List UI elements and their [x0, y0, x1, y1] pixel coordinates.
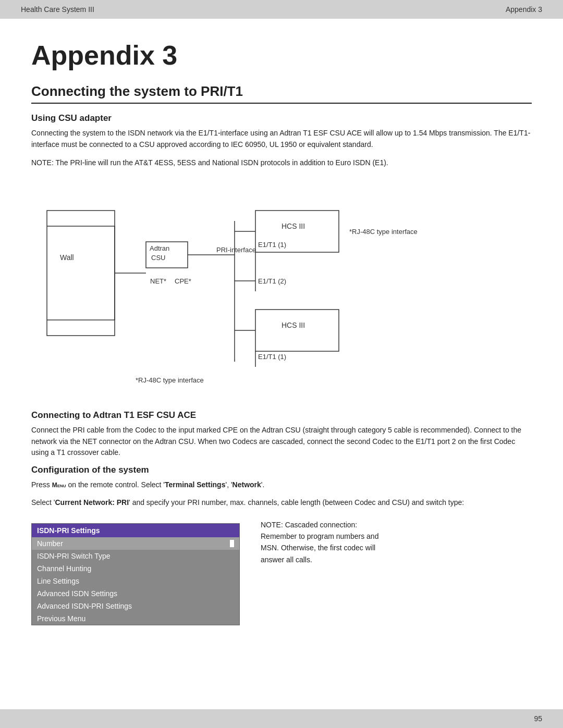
page-number: 95 — [534, 714, 542, 723]
header-right: Appendix 3 — [506, 5, 542, 14]
subsection3-line2: Select 'Current Network: PRI' and specif… — [31, 497, 532, 509]
svg-text:HCS III: HCS III — [282, 321, 305, 329]
note-line3: MSN. Otherwise, the first codec will — [261, 542, 532, 553]
isdn-item-switch-type[interactable]: ISDN-PRI Switch Type — [32, 550, 239, 562]
page-title: Appendix 3 — [31, 40, 532, 71]
svg-rect-0 — [47, 211, 115, 336]
svg-text:Wall: Wall — [60, 253, 74, 262]
subsection1-note: NOTE: The PRI-line will run the AT&T 4ES… — [31, 157, 532, 169]
subsection1-body: Connecting the system to the ISDN networ… — [31, 128, 532, 150]
isdn-item-number[interactable]: Number — [32, 537, 239, 550]
isdn-panel-header: ISDN-PRI Settings — [32, 524, 239, 537]
subsection1-heading: Using CSU adapter — [31, 113, 532, 124]
note-line4: answer all calls. — [261, 554, 532, 565]
svg-text:E1/T1 (1): E1/T1 (1) — [258, 353, 286, 361]
footer-bar: 95 — [0, 709, 563, 728]
svg-text:CSU: CSU — [151, 254, 165, 262]
two-col-layout: ISDN-PRI Settings Number ISDN-PRI Switch… — [31, 516, 532, 625]
svg-rect-21 — [255, 310, 339, 351]
isdn-item-previous-menu[interactable]: Previous Menu — [32, 612, 239, 625]
note-line1: NOTE: Cascaded connection: — [261, 519, 532, 530]
subsection2-body: Connect the PRI cable from the Codec to … — [31, 425, 532, 459]
svg-text:*RJ-48C type interface: *RJ-48C type interface — [349, 228, 418, 236]
diagram-svg: Wall Adtran CSU NET* CPE* PRI-interface … — [31, 179, 480, 398]
isdn-cursor — [230, 540, 234, 547]
isdn-item-number-label: Number — [37, 539, 63, 548]
isdn-item-channel-hunting[interactable]: Channel Hunting — [32, 562, 239, 575]
isdn-panel: ISDN-PRI Settings Number ISDN-PRI Switch… — [31, 523, 240, 625]
note-right-col: NOTE: Cascaded connection: Remember to p… — [261, 516, 532, 625]
subsection3-line1: Press Menu on the remote control. Select… — [31, 479, 532, 491]
isdn-item-line-settings[interactable]: Line Settings — [32, 575, 239, 587]
main-content: Appendix 3 Connecting the system to PRI/… — [0, 19, 563, 646]
svg-text:NET*: NET* — [150, 277, 166, 285]
svg-text:PRI-interface: PRI-interface — [216, 246, 256, 254]
svg-text:E1/T1 (2): E1/T1 (2) — [258, 277, 286, 285]
current-network-label: Current Network: PRI — [55, 498, 129, 507]
isdn-item-advanced-isdn[interactable]: Advanced ISDN Settings — [32, 587, 239, 600]
isdn-panel-col: ISDN-PRI Settings Number ISDN-PRI Switch… — [31, 516, 240, 625]
terminal-settings-label: Terminal Settings — [165, 480, 225, 489]
note-line2: Remember to program numbers and — [261, 530, 532, 542]
section-heading: Connecting the system to PRI/T1 — [31, 83, 532, 104]
header-bar: Health Care System III Appendix 3 — [0, 0, 563, 19]
diagram-container: Wall Adtran CSU NET* CPE* PRI-interface … — [31, 179, 532, 400]
isdn-item-advanced-pri[interactable]: Advanced ISDN-PRI Settings — [32, 600, 239, 612]
svg-text:CPE*: CPE* — [175, 277, 191, 285]
header-left: Health Care System III — [21, 5, 94, 14]
subsection2-heading: Connecting to Adtran T1 ESF CSU ACE — [31, 410, 532, 421]
menu-label: Menu — [52, 482, 66, 489]
svg-text:HCS III: HCS III — [282, 222, 305, 230]
svg-text:E1/T1 (1): E1/T1 (1) — [258, 241, 286, 249]
network-label: Network — [232, 480, 261, 489]
subsection3-heading: Configuration of the system — [31, 465, 532, 475]
svg-text:Adtran: Adtran — [150, 244, 169, 252]
svg-text:*RJ-48C type interface: *RJ-48C type interface — [136, 376, 204, 384]
